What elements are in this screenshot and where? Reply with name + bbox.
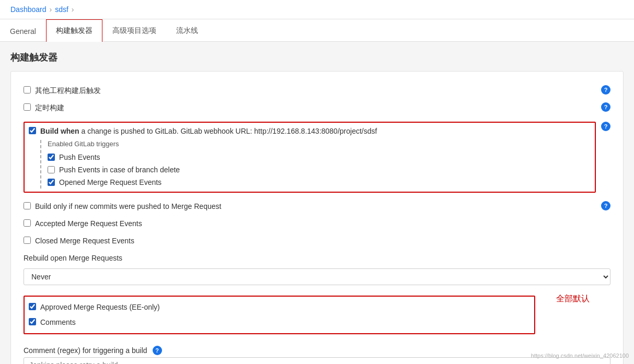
build-only-new-commits-label: Build only if new commits were pushed to… [35, 201, 221, 212]
scheduled-build-label: 定时构建 [35, 102, 64, 113]
scheduled-build-row: 定时构建 ? [24, 99, 610, 116]
comments-row: Comments [29, 315, 530, 330]
accepted-merge-request-label: Accepted Merge Request Events [35, 218, 142, 229]
comments-checkbox[interactable] [29, 318, 36, 325]
section-title: 构建触发器 [10, 51, 624, 64]
scheduled-build-checkbox[interactable] [24, 103, 31, 111]
tab-general[interactable]: General [0, 20, 46, 42]
build-when-help[interactable]: ? [601, 122, 610, 131]
trigger-after-build-help[interactable]: ? [601, 85, 610, 95]
comment-regex-help[interactable]: ? [153, 346, 162, 355]
push-events-branch-delete-row: Push Events in case of branch delete [48, 163, 591, 176]
push-events-row: Push Events [48, 151, 591, 163]
build-when-label: Build when a change is pushed to GitLab.… [40, 126, 377, 137]
watermark: https://blog.csdn.net/weixin_42062100 [531, 353, 629, 359]
approved-merge-request-checkbox[interactable] [29, 303, 36, 310]
gitlab-triggers-subsection: Enabled GitLab triggers Push Events Push… [40, 140, 591, 189]
build-only-new-commits-checkbox[interactable] [24, 202, 31, 209]
closed-merge-request-checkbox[interactable] [24, 237, 31, 244]
opened-merge-request-row: Opened Merge Request Events [48, 176, 591, 189]
closed-merge-request-label: Closed Merge Request Events [35, 236, 134, 246]
comment-regex-row: Comment (regex) for triggering a build ? [24, 343, 610, 364]
accepted-merge-request-checkbox[interactable] [24, 219, 31, 227]
tab-pipeline[interactable]: 流水线 [166, 19, 208, 42]
accepted-merge-request-row: Accepted Merge Request Events [24, 215, 610, 232]
comments-label: Comments [40, 317, 76, 328]
opened-merge-request-label: Opened Merge Request Events [59, 178, 162, 186]
approved-section-wrapper: Approved Merge Requests (EE-only) Commen… [24, 293, 610, 336]
push-events-branch-delete-label: Push Events in case of branch delete [59, 166, 180, 174]
comment-regex-input[interactable] [24, 357, 610, 364]
trigger-after-build-label: 其他工程构建后触发 [35, 85, 101, 96]
annotation-area: 全部默认 [535, 293, 610, 304]
tab-advanced[interactable]: 高级项目选项 [102, 19, 166, 42]
gitlab-triggers-label: Enabled GitLab triggers [48, 140, 591, 148]
breadcrumb-project[interactable]: sdsf [55, 5, 68, 14]
push-events-label: Push Events [59, 153, 100, 161]
tabs-bar: General 构建触发器 高级项目选项 流水线 [0, 19, 634, 42]
rebuild-label: Rebuild open Merge Requests [24, 250, 610, 264]
tab-triggers[interactable]: 构建触发器 [46, 19, 102, 42]
trigger-after-build-checkbox[interactable] [24, 86, 31, 93]
build-only-new-commits-row: Build only if new commits were pushed to… [24, 198, 610, 215]
approved-merge-request-label: Approved Merge Requests (EE-only) [40, 302, 160, 313]
build-when-suffix: a change is pushed to GitLab. GitLab web… [79, 127, 377, 135]
triggers-panel: 其他工程构建后触发 ? 定时构建 ? Build when a change i… [10, 71, 624, 364]
breadcrumb: Dashboard › sdsf › [0, 0, 634, 19]
rebuild-select[interactable]: Never On push to source branch On push t… [24, 268, 610, 285]
comment-regex-label: Comment (regex) for triggering a build [24, 346, 147, 355]
build-only-new-commits-help[interactable]: ? [601, 201, 610, 210]
build-when-prefix: Build when [40, 127, 79, 135]
main-content: 构建触发器 其他工程构建后触发 ? 定时构建 ? [0, 51, 634, 364]
scheduled-build-help[interactable]: ? [601, 102, 610, 112]
trigger-after-build-row: 其他工程构建后触发 ? [24, 82, 610, 99]
breadcrumb-sep1: › [50, 5, 52, 14]
breadcrumb-dashboard[interactable]: Dashboard [10, 5, 47, 14]
push-events-branch-delete-checkbox[interactable] [48, 166, 55, 173]
build-when-checkbox[interactable] [29, 127, 36, 134]
breadcrumb-sep2: › [72, 5, 74, 14]
opened-merge-request-checkbox[interactable] [48, 179, 55, 186]
build-when-row: Build when a change is pushed to GitLab.… [24, 116, 610, 198]
annotation-text: 全部默认 [556, 293, 590, 304]
build-when-highlight: Build when a change is pushed to GitLab.… [24, 122, 596, 193]
approved-highlight: Approved Merge Requests (EE-only) Commen… [24, 296, 535, 334]
approved-merge-request-row: Approved Merge Requests (EE-only) [29, 300, 530, 315]
rebuild-dropdown-row: Never On push to source branch On push t… [24, 264, 610, 289]
push-events-checkbox[interactable] [48, 154, 55, 161]
closed-merge-request-row: Closed Merge Request Events [24, 232, 610, 250]
